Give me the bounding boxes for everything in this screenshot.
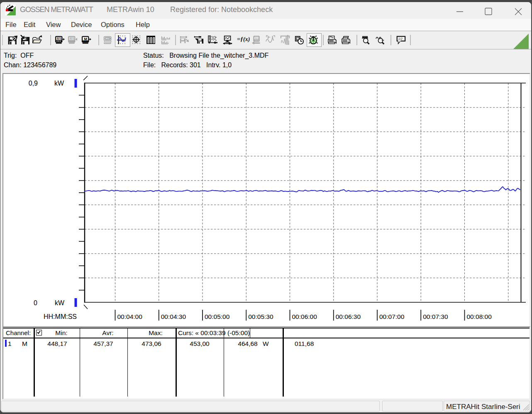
svg-text:321: 321	[255, 37, 259, 40]
svg-text:00:04:00: 00:04:00	[117, 313, 143, 320]
svg-text:kW: kW	[55, 299, 65, 306]
svg-text:0: 0	[34, 299, 37, 306]
svg-text:00:07:30: 00:07:30	[423, 313, 448, 320]
svg-text:00:05:00: 00:05:00	[205, 313, 230, 320]
svg-text:321: 321	[56, 37, 61, 40]
svg-text:M: M	[84, 37, 87, 41]
svg-text:00:06:00: 00:06:00	[292, 313, 317, 320]
svg-text:00:05:30: 00:05:30	[248, 313, 273, 320]
svg-text:0,9: 0,9	[29, 80, 38, 87]
svg-text:00:06:30: 00:06:30	[336, 313, 361, 320]
svg-text:1/2: 1/2	[398, 37, 403, 41]
svg-text:321: 321	[69, 37, 74, 40]
svg-text:kW: kW	[54, 80, 64, 87]
svg-text:HH:MM:SS: HH:MM:SS	[44, 313, 77, 320]
svg-text:00:07:00: 00:07:00	[379, 313, 405, 320]
svg-text:00:08:00: 00:08:00	[467, 313, 492, 320]
svg-text:1257: 1257	[105, 37, 111, 40]
svg-text:00:04:30: 00:04:30	[161, 313, 186, 320]
